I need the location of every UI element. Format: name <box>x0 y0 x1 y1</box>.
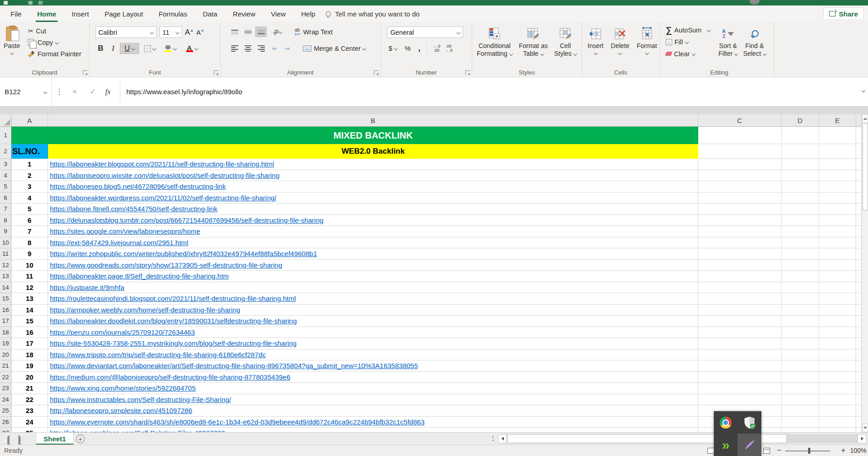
percent-format-button[interactable]: % <box>403 43 412 54</box>
cell-empty[interactable] <box>819 144 856 159</box>
cell-serial-number[interactable]: 3 <box>11 181 48 193</box>
tray-chrome-item[interactable] <box>714 411 738 434</box>
cell-empty[interactable] <box>782 271 819 282</box>
scroll-down-icon[interactable] <box>863 424 868 432</box>
cell-empty[interactable] <box>698 159 782 170</box>
copy-button[interactable]: Copy <box>27 37 83 48</box>
cell-serial-number[interactable]: 9 <box>11 248 48 260</box>
sort-filter-dropdown-icon[interactable] <box>734 52 738 55</box>
cell-empty[interactable] <box>856 159 862 170</box>
cell-empty[interactable] <box>856 144 862 159</box>
row-number[interactable]: 24 <box>0 394 11 406</box>
cell-empty[interactable] <box>782 170 819 182</box>
tray-app-item[interactable]: » <box>714 434 738 456</box>
cell-serial-number[interactable]: 7 <box>11 226 48 237</box>
cell-serial-number[interactable]: 8 <box>11 237 48 249</box>
insert-cells-dropdown-icon[interactable] <box>593 51 597 55</box>
cell-empty[interactable] <box>782 248 819 260</box>
cell-empty[interactable] <box>782 215 819 226</box>
cell-empty[interactable] <box>856 372 862 383</box>
cell-backlink-url[interactable]: https://laboneakter.doodlekit.com/blog/e… <box>48 316 698 327</box>
row-number[interactable]: 23 <box>0 383 11 394</box>
cell-empty[interactable] <box>856 428 862 432</box>
cell-empty[interactable] <box>782 405 819 417</box>
cell-empty[interactable] <box>698 260 782 271</box>
cell-backlink-url[interactable]: https://medium.com/@laboniseopro/self-de… <box>48 372 698 383</box>
row-number[interactable]: 10 <box>0 237 11 249</box>
zoom-slider[interactable] <box>785 451 830 451</box>
column-header-E[interactable]: E <box>819 114 856 126</box>
cell-backlink-url[interactable]: https://laboneakter.wordpress.com/2021/1… <box>48 193 698 204</box>
format-cells-button[interactable]: Format <box>636 26 657 54</box>
cell-empty[interactable] <box>819 417 856 428</box>
ribbon-tab-data[interactable]: Data <box>195 5 225 22</box>
cell-empty[interactable] <box>819 204 856 215</box>
cell-empty[interactable] <box>819 237 856 249</box>
cell-styles-dropdown-icon[interactable] <box>573 52 577 55</box>
cell-empty[interactable] <box>782 226 819 237</box>
sort-filter-button[interactable]: AZ Sort & Filter <box>718 26 738 58</box>
find-select-dropdown-icon[interactable] <box>763 52 766 55</box>
previous-sheet-icon[interactable] <box>7 437 10 445</box>
font-color-button[interactable]: A <box>182 43 202 54</box>
cell-backlink-url[interactable]: https://armpoker.weebly.com/home/self-de… <box>48 305 698 316</box>
cell-backlink-url[interactable]: https://roulettecasinohindi.blogspot.com… <box>48 293 698 305</box>
cell-backlink-url[interactable]: https://www.tripoto.com/trip/self-destru… <box>48 349 698 361</box>
expand-formula-bar-icon[interactable] <box>862 89 865 92</box>
cell-serial-number[interactable]: 24 <box>11 417 48 428</box>
cell-empty[interactable] <box>819 293 856 305</box>
cell-empty[interactable] <box>698 144 782 159</box>
increase-font-size-button[interactable]: A▲ <box>185 28 194 37</box>
cell-backlink-url[interactable]: https://laboniseopro.wixsite.com/delunas… <box>48 170 698 182</box>
cell-empty[interactable] <box>819 282 856 294</box>
cell-empty[interactable] <box>698 170 782 182</box>
cell-serial-number[interactable]: 10 <box>11 260 48 271</box>
column-header-partial[interactable] <box>856 114 862 126</box>
cell-empty[interactable] <box>856 237 862 249</box>
increase-indent-button[interactable]: ⇨ <box>282 43 293 54</box>
select-all-corner[interactable] <box>0 114 11 126</box>
confirm-entry-icon[interactable]: ✓ <box>90 87 96 96</box>
decrease-font-size-button[interactable]: A▼ <box>196 29 204 36</box>
cell-backlink-url[interactable]: https://site-5530428-7358-2551.mystrikin… <box>48 338 698 349</box>
cell-empty[interactable] <box>782 360 819 372</box>
cell-backlink-url[interactable]: https://delunaslotsblog.tumblr.com/post/… <box>48 215 698 226</box>
align-center-button[interactable] <box>242 43 253 54</box>
fill-dropdown-icon[interactable] <box>685 40 688 43</box>
ribbon-tab-page-layout[interactable]: Page Layout <box>97 5 151 22</box>
cell-empty[interactable] <box>698 237 782 249</box>
cell-backlink-url[interactable]: http://labone.ampblogs.com/Self-Deleting… <box>48 428 698 432</box>
row-number[interactable]: 25 <box>0 405 11 417</box>
cell-empty[interactable] <box>856 417 862 428</box>
autosum-button[interactable]: ∑AutoSum <box>664 25 712 35</box>
alignment-dialog-launcher-icon[interactable] <box>374 70 378 75</box>
scroll-right-icon[interactable] <box>857 434 867 443</box>
row-number[interactable]: 22 <box>0 372 11 383</box>
cell-empty[interactable] <box>782 394 819 406</box>
cell-empty[interactable] <box>856 293 862 305</box>
display-settings-icon[interactable] <box>707 448 714 454</box>
row-number[interactable]: 13 <box>0 271 11 282</box>
tray-defender-item[interactable] <box>738 411 761 434</box>
row-number[interactable]: 17 <box>0 316 11 327</box>
cell-empty[interactable] <box>782 338 819 349</box>
row-number[interactable]: 7 <box>0 204 11 215</box>
row-number[interactable]: 18 <box>0 327 11 338</box>
cell-empty[interactable] <box>782 417 819 428</box>
cell-serial-number[interactable]: 17 <box>11 338 48 349</box>
cell-empty[interactable] <box>782 428 819 432</box>
wrap-text-button[interactable]: abc↩Wrap Text <box>293 27 334 37</box>
cell-serial-number[interactable]: 12 <box>11 282 48 294</box>
column-header-A[interactable]: A <box>11 114 48 126</box>
cell-empty[interactable] <box>819 338 856 349</box>
top-align-button[interactable] <box>229 27 240 37</box>
cell-empty[interactable] <box>698 394 782 406</box>
cell-serial-number[interactable]: 2 <box>11 170 48 182</box>
cell-serial-number[interactable]: 13 <box>11 293 48 305</box>
cell-empty[interactable] <box>698 327 782 338</box>
row-number[interactable]: 2 <box>0 144 11 159</box>
cell-empty[interactable] <box>819 316 856 327</box>
cell-empty[interactable] <box>782 260 819 271</box>
row-number[interactable]: 9 <box>0 226 11 237</box>
cell-styles-button[interactable]: Cell Styles <box>554 26 577 58</box>
